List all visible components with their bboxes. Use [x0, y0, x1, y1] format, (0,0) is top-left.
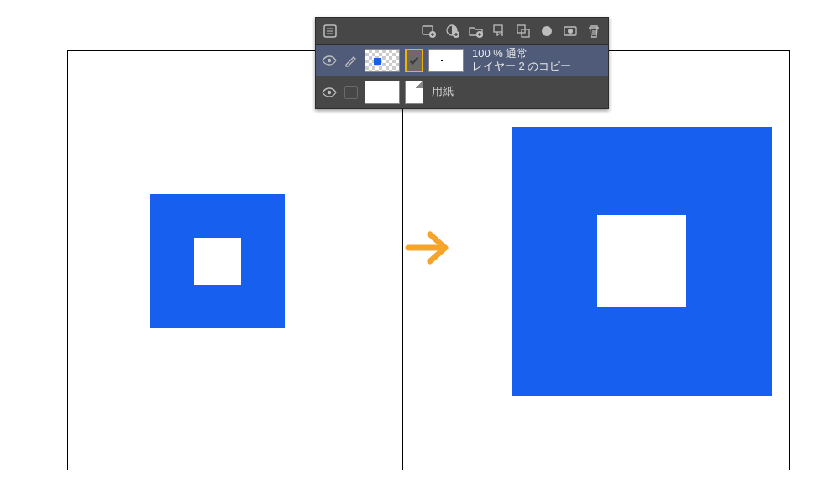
layers-toolbar	[316, 18, 608, 45]
new-folder-icon[interactable]	[467, 22, 486, 40]
layer-row-paper[interactable]: 用紙	[316, 76, 608, 108]
new-layer-icon[interactable]	[420, 22, 438, 40]
visibility-toggle[interactable]	[321, 84, 338, 101]
svg-point-13	[542, 26, 552, 36]
svg-point-17	[328, 90, 331, 93]
edit-toggle[interactable]	[343, 84, 360, 101]
paper-icon	[405, 81, 423, 104]
mask-content-thumbnail[interactable]	[428, 49, 464, 72]
canvas-after	[454, 50, 790, 470]
svg-rect-10	[494, 25, 502, 32]
layer-row-copy[interactable]: 100 % 通常 レイヤー 2 のコピー	[316, 45, 608, 76]
layer-info: 100 % 通常 レイヤー 2 のコピー	[469, 48, 603, 73]
layer-thumbnail[interactable]	[365, 81, 400, 104]
layer-info: 用紙	[428, 86, 603, 98]
svg-point-16	[328, 58, 331, 61]
layer-mask-thumbnail[interactable]	[405, 49, 423, 72]
visibility-toggle[interactable]	[321, 52, 338, 69]
white-hole-large	[597, 215, 686, 307]
svg-point-15	[568, 29, 573, 34]
layer-thumbnail[interactable]	[365, 49, 400, 72]
layers-panel: 100 % 通常 レイヤー 2 のコピー 用紙	[315, 17, 609, 109]
mask-icon[interactable]	[538, 22, 556, 40]
layer-opacity-label: 100 % 通常	[472, 48, 603, 60]
layer-name-label: レイヤー 2 のコピー	[472, 60, 603, 73]
arrow-icon	[403, 227, 454, 269]
apply-mask-icon[interactable]	[561, 22, 580, 40]
canvas-before	[67, 50, 403, 470]
panel-menu-icon[interactable]	[321, 22, 339, 40]
delete-layer-icon[interactable]	[585, 22, 603, 40]
new-correction-layer-icon[interactable]	[444, 22, 462, 40]
merge-layers-icon[interactable]	[514, 22, 533, 40]
transfer-down-icon[interactable]	[491, 22, 509, 40]
white-hole-small	[194, 238, 241, 285]
layer-name-label: 用紙	[432, 86, 603, 98]
edit-toggle[interactable]	[343, 52, 360, 69]
